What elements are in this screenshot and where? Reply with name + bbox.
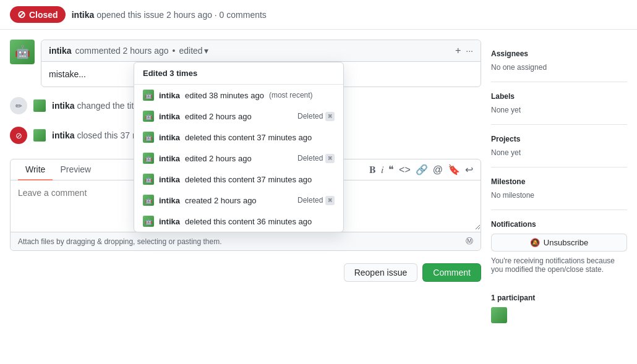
edited-link[interactable]: edited ▾ [179, 46, 208, 56]
timeline-username: intika [52, 101, 75, 111]
item-username: intika [159, 154, 180, 163]
unsubscribe-label: Unsubscribe [544, 238, 588, 247]
bookmark-icon[interactable]: 🔖 [448, 164, 460, 176]
right-panel: Assignees No one assigned Labels None ye… [491, 40, 627, 354]
code-icon[interactable]: <> [399, 164, 411, 176]
dropdown-item-left: 🤖 intika edited 38 minutes ago (most rec… [143, 90, 313, 101]
markdown-icon: Ⓜ [466, 236, 473, 247]
item-username: intika [159, 175, 180, 184]
unsubscribe-button[interactable]: 🔕 Unsubscribe [491, 234, 627, 252]
comment-header-right: + ··· [455, 45, 473, 56]
labels-value: None yet [491, 106, 627, 114]
write-tabs-left: Write Preview [18, 159, 98, 180]
closed-circle-icon: ⊘ [10, 127, 27, 144]
avatar-inner: 🤖 [10, 40, 35, 64]
issue-meta-text: opened this issue 2 hours ago · 0 commen… [96, 10, 267, 20]
item-action: deleted this content 36 minutes ago [185, 217, 312, 226]
comment-button[interactable]: Comment [422, 263, 481, 282]
quote-icon[interactable]: ❝ [388, 164, 394, 176]
item-action: deleted this content 37 minutes ago [185, 175, 312, 184]
projects-value: None yet [491, 148, 627, 157]
avatar: 🤖 [10, 40, 35, 64]
action-buttons: Reopen issue Comment [10, 263, 481, 282]
user-avatar-small: 🤖 [143, 132, 154, 143]
issue-author: intika [72, 10, 95, 20]
comment-text: mistake... [49, 69, 86, 79]
italic-icon[interactable]: 𝑖 [381, 164, 383, 176]
timeline-text: intika changed the title [ [52, 101, 145, 111]
user-avatar-small: 🤖 [143, 195, 154, 206]
add-reaction-button[interactable]: + [455, 45, 461, 56]
closed-label: Closed [29, 10, 58, 20]
dropdown-item-left: 🤖 intika created 2 hours ago [143, 195, 257, 206]
left-panel: 🤖 intika commented 2 hours ago • edited … [10, 40, 481, 354]
top-bar: ⊘ Closed intika opened this issue 2 hour… [0, 0, 637, 30]
mention-icon[interactable]: @ [433, 164, 443, 176]
tab-write[interactable]: Write [18, 159, 53, 180]
deleted-label: Deleted [297, 154, 323, 163]
milestone-title: Milestone [491, 177, 627, 186]
item-action: edited 2 hours ago [185, 112, 252, 121]
projects-title: Projects [491, 135, 627, 143]
user-avatar-small: 🤖 [143, 216, 154, 227]
milestone-value: No milestone [491, 191, 627, 200]
comment-header: intika commented 2 hours ago • edited ▾ … [41, 40, 481, 62]
dropdown-title: Edited 3 times [134, 62, 343, 85]
more-options-button[interactable]: ··· [466, 46, 473, 56]
notifications-title: Notifications [491, 220, 627, 229]
comment-timestamp: commented 2 hours ago [75, 46, 169, 56]
item-action: created 2 hours ago [185, 196, 257, 205]
write-tools: 𝐁 𝑖 ❝ <> 🔗 @ 🔖 ↩ [369, 164, 473, 176]
list-item[interactable]: 🤖 intika edited 2 hours ago Deleted ⌘ [134, 106, 343, 127]
bold-icon[interactable]: 𝐁 [369, 164, 376, 176]
list-item[interactable]: 🤖 intika deleted this content 36 minutes… [134, 211, 343, 232]
user-avatar-small: 🤖 [143, 111, 154, 122]
closed-icon: ⊘ [17, 9, 25, 20]
edited-text: edited [179, 46, 202, 56]
list-item[interactable]: 🤖 intika deleted this content 37 minutes… [134, 169, 343, 190]
main-content: 🤖 intika commented 2 hours ago • edited … [0, 30, 637, 364]
attach-files-text: Attach files by dragging & dropping, sel… [18, 237, 222, 246]
user-avatar-small: 🤖 [143, 153, 154, 164]
deleted-label: Deleted [297, 112, 323, 121]
page-container: ⊘ Closed intika opened this issue 2 hour… [0, 0, 637, 364]
commenter-username: intika [49, 46, 72, 56]
sidebar-projects: Projects None yet [491, 125, 627, 167]
bell-mute-icon: 🔕 [530, 238, 540, 247]
item-username: intika [159, 196, 180, 205]
item-action: deleted this content 37 minutes ago [185, 133, 312, 142]
reopen-issue-button[interactable]: Reopen issue [344, 263, 418, 282]
comment-block: 🤖 intika commented 2 hours ago • edited … [10, 40, 481, 87]
timeline-avatar [33, 99, 46, 112]
dropdown-item-left: 🤖 intika deleted this content 37 minutes… [143, 174, 312, 185]
reply-icon[interactable]: ↩ [465, 164, 473, 176]
most-recent-tag: (most recent) [269, 91, 313, 99]
list-item[interactable]: 🤖 intika edited 2 hours ago Deleted ⌘ [134, 148, 343, 169]
item-username: intika [159, 91, 180, 100]
comment-header-left: intika commented 2 hours ago • edited ▾ [49, 46, 208, 56]
key-icon: ⌘ [325, 154, 335, 163]
notifications-description: You're receiving notifications because y… [491, 256, 627, 274]
list-item[interactable]: 🤖 intika created 2 hours ago Deleted ⌘ [134, 190, 343, 211]
sidebar-assignees: Assignees No one assigned [491, 40, 627, 82]
deleted-badge: Deleted ⌘ [297, 112, 335, 121]
list-item[interactable]: 🤖 intika deleted this content 37 minutes… [134, 127, 343, 148]
item-username: intika [159, 133, 180, 142]
sidebar-participants: 1 participant [491, 284, 627, 333]
deleted-label: Deleted [297, 196, 323, 205]
item-action: edited 38 minutes ago [185, 91, 264, 100]
participants-title: 1 participant [491, 294, 627, 302]
list-item[interactable]: 🤖 intika edited 38 minutes ago (most rec… [134, 85, 343, 106]
deleted-badge: Deleted ⌘ [297, 196, 335, 205]
top-bar-meta: intika opened this issue 2 hours ago · 0… [72, 10, 267, 20]
key-icon: ⌘ [325, 196, 335, 205]
link-icon[interactable]: 🔗 [416, 164, 428, 176]
closed-badge: ⊘ Closed [10, 6, 66, 23]
tab-preview[interactable]: Preview [53, 159, 98, 180]
bullet-separator: • [173, 46, 176, 56]
dropdown-item-left: 🤖 intika deleted this content 37 minutes… [143, 132, 312, 143]
dropdown-item-left: 🤖 intika deleted this content 36 minutes… [143, 216, 312, 227]
timeline-avatar [33, 129, 46, 142]
item-username: intika [159, 217, 180, 226]
key-icon: ⌘ [325, 112, 335, 121]
